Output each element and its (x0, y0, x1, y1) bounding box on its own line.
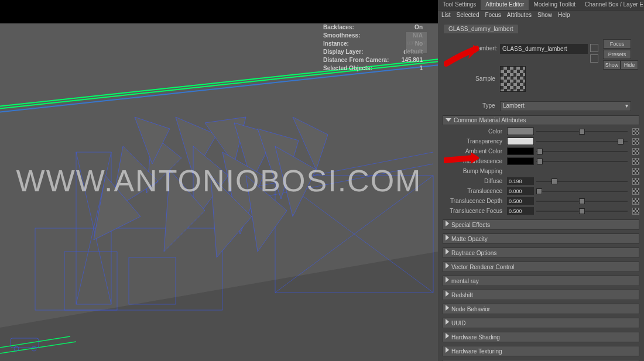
ambient-swatch[interactable] (507, 147, 534, 155)
type-value: Lambert (503, 102, 525, 109)
map-button[interactable] (632, 128, 639, 135)
menu-focus[interactable]: Focus (485, 12, 501, 20)
attribute-editor-menubar: List Selected Focus Attributes Show Help (438, 11, 644, 21)
disclosure-right-icon (446, 305, 449, 311)
hud-label: Selected Objects: (323, 64, 372, 73)
incandescence-swatch[interactable] (507, 157, 534, 165)
tab-tool-settings[interactable]: Tool Settings (438, 0, 481, 10)
section-title: Special Effects (451, 222, 490, 228)
attr-label: Transparency (443, 138, 505, 145)
menu-list[interactable]: List (441, 12, 451, 20)
viewport-3d[interactable]: WWW.ANTONIOBOSI.COM Backfaces:On Smoothn… (0, 0, 438, 361)
disclosure-right-icon (446, 291, 449, 297)
color-swatch[interactable] (507, 128, 534, 135)
attr-ambient-color: Ambient Color (443, 146, 639, 156)
section-title: Raytrace Options (451, 250, 496, 256)
color-slider[interactable] (536, 128, 628, 135)
type-dropdown[interactable]: Lambert ▾ (500, 101, 631, 111)
section-title: Matte Opacity (451, 236, 488, 242)
diffuse-field[interactable] (507, 177, 534, 185)
attr-label: Ambient Color (443, 148, 505, 154)
disclosure-right-icon (446, 319, 449, 325)
section-common-material[interactable]: Common Material Attributes (443, 115, 639, 125)
map-button[interactable] (632, 198, 639, 205)
transparency-swatch[interactable] (507, 137, 534, 145)
section-matte-opacity[interactable]: Matte Opacity (443, 233, 639, 244)
section-uuid[interactable]: UUID (443, 318, 639, 328)
transparency-slider[interactable] (536, 137, 628, 145)
hud-value: On (415, 23, 423, 32)
attr-incandescence: Incandescence (443, 156, 639, 166)
section-title: Hardware Shading (451, 334, 500, 341)
section-title: mental ray (451, 278, 479, 284)
attr-label: Translucence (443, 188, 505, 194)
section-title: Vector Renderer Control (451, 264, 515, 270)
node-tab[interactable]: GLASS_dummy_lambert (444, 25, 518, 33)
hud-label: Instance: (323, 40, 349, 48)
tab-modeling-toolkit[interactable]: Modeling Toolkit (529, 0, 580, 10)
attr-label: Incandescence (443, 158, 505, 164)
translucence-field[interactable] (507, 187, 534, 195)
io-button-top[interactable] (590, 44, 598, 52)
section-vector-renderer-control[interactable]: Vector Renderer Control (443, 262, 639, 272)
map-button[interactable] (632, 178, 639, 185)
translucence-depth-slider[interactable] (536, 197, 628, 205)
section-hardware-texturing[interactable]: Hardware Texturing (443, 346, 639, 356)
disclosure-right-icon (446, 249, 449, 255)
diffuse-slider[interactable] (536, 177, 628, 185)
hud-label: Distance From Camera: (323, 56, 389, 64)
attr-bump-mapping: Bump Mapping (443, 166, 639, 176)
view-cube[interactable] (405, 32, 427, 54)
attr-label: Bump Mapping (443, 168, 505, 174)
disclosure-right-icon (446, 235, 449, 240)
menu-attributes[interactable]: Attributes (507, 12, 532, 20)
section-redshift[interactable]: Redshift (443, 290, 639, 300)
section-node-behavior[interactable]: Node Behavior (443, 304, 639, 314)
node-type-label: lambert: (477, 45, 498, 51)
translucence-focus-slider[interactable] (536, 207, 628, 215)
tab-channel-box[interactable]: Channel Box / Layer E (580, 0, 644, 10)
material-sample-swatch[interactable] (500, 66, 526, 92)
hud-label: Display Layer: (323, 48, 363, 56)
map-button[interactable] (632, 138, 639, 145)
section-special-effects[interactable]: Special Effects (443, 219, 639, 230)
io-button-bottom[interactable] (590, 54, 598, 63)
menu-selected[interactable]: Selected (457, 12, 479, 20)
section-title: UUID (451, 320, 465, 326)
presets-button[interactable]: Presets (603, 50, 631, 59)
hud-value: 1 (419, 64, 423, 73)
disclosure-right-icon (446, 221, 449, 226)
tab-attribute-editor[interactable]: Attribute Editor (481, 0, 529, 10)
section-title: Node Behavior (451, 306, 490, 312)
section-raytrace-options[interactable]: Raytrace Options (443, 247, 639, 258)
panel-tabstrip: Tool Settings Attribute Editor Modeling … (438, 0, 644, 11)
node-name-field[interactable] (500, 44, 588, 54)
disclosure-right-icon (446, 277, 449, 283)
translucence-slider[interactable] (536, 187, 628, 195)
ambient-slider[interactable] (536, 147, 628, 155)
menu-help[interactable]: Help (558, 12, 570, 20)
attr-label: Translucence Depth (443, 198, 505, 204)
attr-label: Diffuse (443, 178, 505, 184)
translucence-focus-field[interactable] (507, 207, 534, 215)
section-mental-ray[interactable]: mental ray (443, 276, 639, 286)
hud-value: 145.801 (402, 56, 423, 64)
map-button[interactable] (632, 208, 639, 215)
map-button[interactable] (632, 188, 639, 195)
type-label: Type (482, 102, 495, 109)
sample-label: Sample (475, 75, 495, 82)
map-button[interactable] (632, 158, 639, 165)
attr-translucence: Translucence (443, 186, 639, 196)
disclosure-right-icon (446, 347, 449, 353)
attr-translucence-focus: Translucence Focus (443, 206, 639, 216)
section-title: Hardware Texturing (451, 348, 502, 355)
map-button[interactable] (632, 168, 639, 175)
map-button[interactable] (632, 148, 639, 155)
disclosure-right-icon (446, 263, 449, 269)
incandescence-slider[interactable] (536, 157, 628, 165)
translucence-depth-field[interactable] (507, 197, 534, 205)
section-hardware-shading[interactable]: Hardware Shading (443, 332, 639, 342)
focus-button[interactable]: Focus (603, 39, 631, 49)
attr-color: Color (443, 126, 639, 136)
menu-show[interactable]: Show (537, 12, 552, 20)
